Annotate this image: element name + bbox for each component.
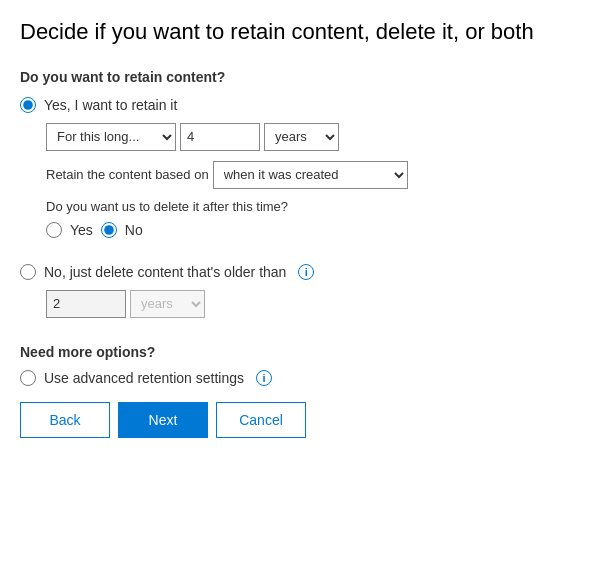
based-on-label: Retain the content based on xyxy=(46,167,209,182)
delete-no-label[interactable]: No xyxy=(125,222,143,238)
cancel-button[interactable]: Cancel xyxy=(216,402,306,438)
page-title: Decide if you want to retain content, de… xyxy=(20,18,572,47)
no-retain-years-select[interactable]: years months days xyxy=(130,290,205,318)
for-this-long-row: For this long... Specific date Custom ye… xyxy=(46,123,572,151)
retain-no-label[interactable]: No, just delete content that's older tha… xyxy=(44,264,286,280)
no-retain-duration-row: years months days xyxy=(46,290,572,318)
delete-yes-label[interactable]: Yes xyxy=(70,222,93,238)
no-retain-info-icon: i xyxy=(298,264,314,280)
advanced-radio[interactable] xyxy=(20,370,36,386)
delete-yes-radio[interactable] xyxy=(46,222,62,238)
retain-no-radio[interactable] xyxy=(20,264,36,280)
based-on-select[interactable]: when it was created when it was last mod… xyxy=(213,161,408,189)
based-on-row: Retain the content based on when it was … xyxy=(46,161,572,189)
duration-input[interactable] xyxy=(180,123,260,151)
more-options-heading: Need more options? xyxy=(20,344,572,360)
retain-question: Do you want to retain content? xyxy=(20,69,572,85)
retain-yes-row: Yes, I want to retain it xyxy=(20,97,572,113)
next-button[interactable]: Next xyxy=(118,402,208,438)
advanced-info-icon: i xyxy=(256,370,272,386)
retain-yes-radio[interactable] xyxy=(20,97,36,113)
delete-after-label: Do you want us to delete it after this t… xyxy=(46,199,572,214)
delete-no-radio[interactable] xyxy=(101,222,117,238)
no-retain-row: No, just delete content that's older tha… xyxy=(20,264,572,280)
advanced-row: Use advanced retention settings i xyxy=(20,370,572,386)
retain-yes-label[interactable]: Yes, I want to retain it xyxy=(44,97,177,113)
back-button[interactable]: Back xyxy=(20,402,110,438)
no-retain-duration-input[interactable] xyxy=(46,290,126,318)
delete-yes-row: Yes No xyxy=(46,222,572,238)
years-select[interactable]: years months days xyxy=(264,123,339,151)
for-this-long-select[interactable]: For this long... Specific date Custom xyxy=(46,123,176,151)
advanced-label[interactable]: Use advanced retention settings xyxy=(44,370,244,386)
button-row: Back Next Cancel xyxy=(20,402,572,438)
